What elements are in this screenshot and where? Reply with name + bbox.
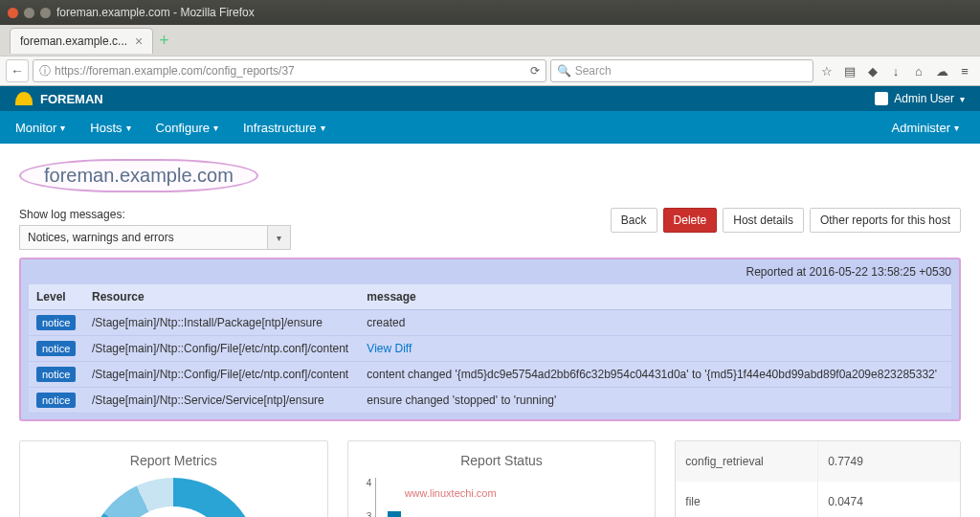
- log-filter-label: Show log messages:: [19, 208, 291, 221]
- select-value: Notices, warnings and errors: [19, 225, 268, 250]
- report-log-section: Reported at 2016-05-22 13:58:25 +0530 Le…: [19, 258, 961, 421]
- new-tab-icon[interactable]: +: [159, 31, 169, 51]
- other-reports-button[interactable]: Other reports for this host: [810, 208, 961, 233]
- level-badge: notice: [36, 315, 76, 330]
- browser-urlbar: ← ⓘ https://foreman.example.com/config_r…: [0, 56, 980, 86]
- nav-infrastructure[interactable]: Infrastructure▾: [243, 121, 325, 135]
- reported-at: Reported at 2016-05-22 13:58:25 +0530: [29, 265, 951, 279]
- bar: [388, 511, 401, 517]
- search-input[interactable]: 🔍 Search: [550, 59, 813, 82]
- pocket-icon[interactable]: ◆: [863, 61, 882, 80]
- window-maximize-icon[interactable]: [40, 8, 51, 18]
- panel-title: Report Metrics: [32, 453, 316, 468]
- report-metrics-panel: Report Metrics 93% Package: [19, 440, 328, 517]
- back-icon[interactable]: ←: [6, 59, 29, 82]
- table-row: notice /Stage[main]/Ntp::Config/File[/et…: [29, 336, 951, 362]
- chevron-down-icon: ▾: [60, 123, 65, 133]
- search-placeholder: Search: [575, 64, 612, 78]
- level-badge: notice: [36, 393, 76, 408]
- url-text: https://foreman.example.com/config_repor…: [55, 64, 295, 78]
- level-badge: notice: [36, 367, 76, 382]
- window-minimize-icon[interactable]: [24, 8, 34, 18]
- chevron-down-icon: ▾: [126, 123, 131, 133]
- window-close-icon[interactable]: [8, 8, 18, 18]
- user-name: Admin User: [894, 92, 954, 105]
- y-tick: 3: [367, 511, 372, 517]
- chevron-down-icon: ▾: [213, 123, 218, 133]
- resource-cell: /Stage[main]/Ntp::Install/Package[ntp]/e…: [84, 310, 359, 336]
- browser-tab[interactable]: foreman.example.c... ×: [10, 28, 153, 54]
- metric-name: config_retrieval: [676, 441, 818, 482]
- message-cell: created: [359, 310, 951, 336]
- col-level: Level: [29, 284, 84, 310]
- metric-value: 0.7749: [818, 441, 960, 482]
- message-cell: ensure changed 'stopped' to 'running': [359, 388, 951, 414]
- resource-cell: /Stage[main]/Ntp::Config/File[/etc/ntp.c…: [84, 336, 359, 362]
- log-table: Level Resource message notice /Stage[mai…: [29, 284, 951, 414]
- chevron-down-icon: ▾: [960, 94, 965, 104]
- reload-icon[interactable]: ⟳: [530, 64, 540, 78]
- os-titlebar: foreman.example.com - Mozilla Firefox: [0, 0, 980, 25]
- bar-chart: www.linuxtechi.com 4 3: [375, 478, 644, 517]
- watermark-text: www.linuxtechi.com: [405, 487, 497, 499]
- user-menu[interactable]: Admin User ▾: [875, 92, 965, 105]
- metric-value: 0.0474: [818, 482, 960, 517]
- report-status-panel: Report Status Number of Events www.linux…: [347, 440, 657, 517]
- chevron-down-icon[interactable]: ▾: [268, 225, 291, 250]
- tab-close-icon[interactable]: ×: [135, 34, 143, 49]
- tab-label: foreman.example.c...: [20, 34, 127, 48]
- col-resource: Resource: [84, 284, 359, 310]
- foreman-logo-icon: [15, 92, 33, 105]
- view-diff-link[interactable]: View Diff: [367, 342, 412, 355]
- donut-chart: 93% Package: [87, 478, 259, 517]
- home-icon[interactable]: ⌂: [909, 61, 928, 80]
- panel-title: Report Status: [360, 453, 644, 468]
- col-message: message: [359, 284, 951, 310]
- table-row: notice /Stage[main]/Ntp::Install/Package…: [29, 310, 951, 336]
- metric-name: file: [676, 482, 818, 517]
- metric-row: config_retrieval 0.7749: [676, 441, 960, 482]
- lock-icon: ⓘ: [39, 63, 51, 79]
- window-title: foreman.example.com - Mozilla Firefox: [56, 6, 255, 19]
- library-icon[interactable]: ▤: [840, 61, 859, 80]
- page-title: foreman.example.com: [19, 159, 258, 192]
- resource-cell: /Stage[main]/Ntp::Service/Service[ntp]/e…: [84, 388, 359, 414]
- app-brandbar: FOREMAN Admin User ▾: [0, 86, 980, 111]
- level-badge: notice: [36, 341, 76, 356]
- y-tick: 4: [367, 478, 372, 488]
- back-button[interactable]: Back: [611, 208, 657, 233]
- nav-administer[interactable]: Administer▾: [892, 121, 959, 135]
- nav-hosts[interactable]: Hosts▾: [90, 121, 130, 135]
- metric-row: file 0.0474: [676, 482, 960, 517]
- avatar-icon: [875, 92, 888, 105]
- delete-button[interactable]: Delete: [663, 208, 718, 233]
- nav-monitor[interactable]: Monitor▾: [15, 121, 65, 135]
- url-input[interactable]: ⓘ https://foreman.example.com/config_rep…: [33, 59, 546, 82]
- downloads-icon[interactable]: ↓: [886, 61, 905, 80]
- log-filter-select[interactable]: Notices, warnings and errors ▾: [19, 225, 291, 250]
- host-details-button[interactable]: Host details: [723, 208, 804, 233]
- table-row: notice /Stage[main]/Ntp::Service/Service…: [29, 388, 951, 414]
- nav-configure[interactable]: Configure▾: [156, 121, 218, 135]
- message-cell: content changed '{md5}dc9e5754ad2bb6f6c3…: [359, 362, 951, 388]
- resource-cell: /Stage[main]/Ntp::Config/File[/etc/ntp.c…: [84, 362, 359, 388]
- chevron-down-icon: ▾: [321, 123, 325, 133]
- bookmark-star-icon[interactable]: ☆: [817, 61, 836, 80]
- table-row: notice /Stage[main]/Ntp::Config/File[/et…: [29, 362, 951, 388]
- menu-icon[interactable]: ≡: [955, 61, 974, 80]
- metrics-table-panel: config_retrieval 0.7749 file 0.0474 pack…: [675, 440, 961, 517]
- chevron-down-icon: ▾: [954, 123, 959, 133]
- search-icon: 🔍: [557, 64, 571, 78]
- browser-tabbar: foreman.example.c... × +: [0, 25, 980, 56]
- main-nav: Monitor▾ Hosts▾ Configure▾ Infrastructur…: [0, 111, 980, 144]
- chat-icon[interactable]: ☁: [932, 61, 951, 80]
- brand-name: FOREMAN: [40, 92, 103, 106]
